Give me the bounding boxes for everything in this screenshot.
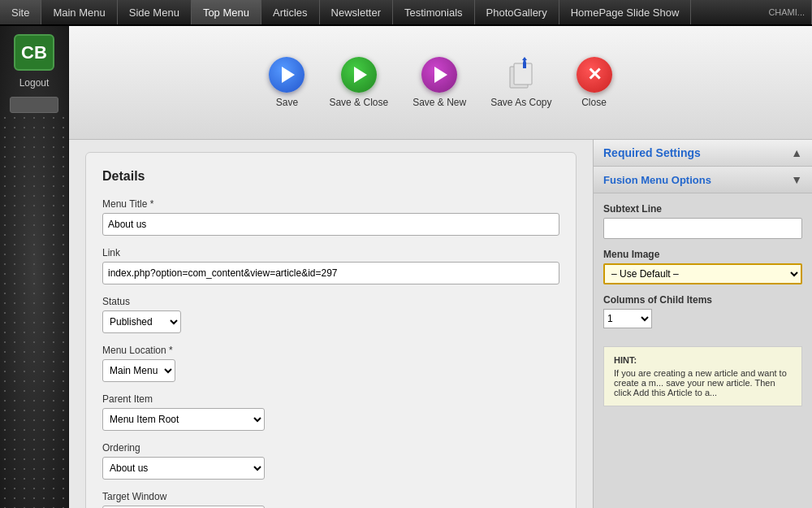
nav-top-menu[interactable]: Top Menu	[192, 0, 261, 24]
hint-box: HINT: If you are creating a new article …	[603, 346, 802, 406]
close-button[interactable]: ✕ Close	[577, 57, 612, 108]
menu-title-label: Menu Title *	[102, 198, 559, 210]
save-close-icon	[341, 57, 377, 93]
save-icon	[269, 57, 304, 93]
ordering-select[interactable]: About US About us	[102, 457, 265, 480]
nav-main-menu[interactable]: Main Menu	[41, 0, 117, 24]
save-new-label: Save & New	[412, 97, 466, 108]
link-label: Link	[102, 247, 559, 258]
menu-image-group: Menu Image – Use Default –	[603, 249, 802, 294]
save-copy-label: Save As Copy	[490, 97, 551, 108]
panel-title: Details	[102, 169, 559, 184]
save-new-button[interactable]: Save & New	[412, 57, 466, 108]
save-label: Save	[276, 97, 298, 108]
nav-testimonials[interactable]: Testimonials	[393, 0, 475, 24]
required-settings-label: Required Settings	[603, 146, 701, 159]
details-box: Details Menu Title * Link Status	[85, 152, 577, 508]
details-panel: Details Menu Title * Link Status	[69, 140, 593, 508]
link-input[interactable]	[102, 262, 559, 284]
sidebar: CB Logout	[0, 26, 69, 508]
fusion-menu-label: Fusion Menu Options	[603, 174, 711, 186]
top-nav: Site Main Menu Side Menu Top Menu Articl…	[0, 0, 812, 26]
close-label: Close	[581, 97, 607, 108]
menu-location-group: Menu Location * Main Menu Side Menu Top …	[102, 345, 559, 382]
sidebar-logo: CB	[14, 34, 54, 71]
menu-title-group: Menu Title *	[102, 198, 559, 236]
ordering-group: Ordering About US About us	[102, 442, 559, 480]
form-area: Details Menu Title * Link Status	[69, 140, 812, 508]
fusion-arrow-icon: ▼	[791, 173, 802, 186]
toolbar: Save Save & Close Save & New	[69, 26, 812, 140]
status-label: Status	[102, 296, 559, 307]
play-arrow-icon	[282, 67, 295, 83]
svg-marker-4	[522, 57, 527, 60]
nav-newsletter[interactable]: Newsletter	[320, 0, 393, 24]
columns-group: Columns of Child Items 1 2 3	[603, 294, 802, 328]
columns-label: Columns of Child Items	[603, 294, 802, 306]
target-window-group: Target Window Parent New Window	[102, 491, 559, 508]
target-window-label: Target Window	[102, 491, 559, 502]
menu-location-label: Menu Location *	[102, 345, 559, 356]
fusion-content: Subtext Line Menu Image – Use Default – …	[594, 193, 812, 338]
link-group: Link	[102, 247, 559, 284]
hint-title: HINT:	[614, 355, 792, 365]
required-settings-header[interactable]: Required Settings ▲	[594, 140, 812, 167]
menu-image-select[interactable]: – Use Default –	[603, 263, 802, 284]
status-select[interactable]: Published Unpublished	[102, 310, 181, 333]
parent-item-group: Parent Item Menu Item Root	[102, 393, 559, 431]
play-arrow-icon-2	[354, 67, 367, 83]
nav-photogallery[interactable]: PhotoGallery	[475, 0, 559, 24]
columns-select[interactable]: 1 2 3	[603, 309, 652, 328]
nav-site[interactable]: Site	[0, 0, 41, 24]
save-copy-button[interactable]: Save As Copy	[490, 57, 551, 108]
nav-side-menu[interactable]: Side Menu	[118, 0, 192, 24]
main-layout: CB Logout Save Save & Close	[0, 26, 812, 508]
save-button[interactable]: Save	[269, 57, 304, 108]
subtext-line-group: Subtext Line	[603, 203, 802, 249]
menu-image-label: Menu Image	[603, 249, 802, 260]
subtext-line-label: Subtext Line	[603, 203, 802, 215]
sidebar-search-input[interactable]	[10, 97, 58, 113]
nav-right-label: CHAMI...	[762, 0, 812, 24]
save-copy-svg	[503, 57, 539, 93]
hint-text: If you are creating a new article and wa…	[614, 368, 792, 397]
save-close-label: Save & Close	[329, 97, 388, 108]
save-new-icon	[421, 57, 457, 93]
status-group: Status Published Unpublished	[102, 296, 559, 333]
content-area: Save Save & Close Save & New	[69, 26, 812, 508]
subtext-line-input[interactable]	[603, 218, 802, 239]
parent-item-label: Parent Item	[102, 393, 559, 405]
save-copy-icon	[503, 57, 539, 93]
collapse-arrow-icon: ▲	[791, 146, 802, 159]
nav-articles[interactable]: Articles	[261, 0, 320, 24]
menu-location-select[interactable]: Main Menu Side Menu Top Menu	[102, 359, 175, 382]
save-close-button[interactable]: Save & Close	[329, 57, 388, 108]
nav-homepage-slideshow[interactable]: HomePage Slide Show	[559, 0, 692, 24]
right-panel: Required Settings ▲ Fusion Menu Options …	[593, 140, 812, 508]
ordering-label: Ordering	[102, 442, 559, 454]
logout-button[interactable]: Logout	[19, 77, 50, 89]
fusion-menu-header[interactable]: Fusion Menu Options ▼	[594, 167, 812, 193]
close-icon: ✕	[577, 57, 612, 93]
play-arrow-icon-3	[434, 67, 447, 83]
sidebar-background	[0, 113, 68, 508]
menu-title-input[interactable]	[102, 213, 559, 236]
parent-item-select[interactable]: Menu Item Root	[102, 408, 265, 431]
